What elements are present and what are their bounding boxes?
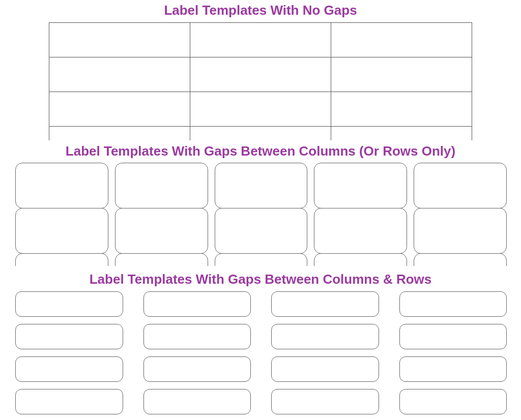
label-cell <box>115 208 208 254</box>
label-cell <box>271 356 379 382</box>
label-cell <box>331 57 472 92</box>
label-cell <box>271 291 379 317</box>
label-cell <box>143 389 251 414</box>
label-cell <box>143 356 251 382</box>
label-cell <box>331 92 472 127</box>
label-cell <box>314 163 407 208</box>
label-cell <box>399 389 507 414</box>
label-cell <box>15 291 123 317</box>
grid-column-gaps <box>15 163 507 266</box>
label-cell <box>314 208 407 254</box>
label-column <box>314 163 407 266</box>
label-column <box>215 163 308 266</box>
label-cell <box>143 291 251 317</box>
label-cell <box>399 291 507 317</box>
label-cell <box>414 208 507 254</box>
label-cell <box>331 23 472 57</box>
grid-both-gaps <box>15 291 507 414</box>
label-cell <box>215 208 308 254</box>
label-cell <box>115 253 208 266</box>
heading-no-gaps: Label Templates With No Gaps <box>0 3 521 18</box>
label-column <box>15 163 108 266</box>
label-cell <box>399 356 507 382</box>
label-column <box>414 163 507 266</box>
label-cell <box>314 253 407 266</box>
label-cell <box>190 57 331 92</box>
label-cell <box>190 127 331 141</box>
label-cell <box>115 163 208 208</box>
label-cell <box>271 389 379 414</box>
grid-no-gaps <box>49 22 472 140</box>
page: Label Templates With No Gaps <box>0 0 521 420</box>
label-cell <box>49 57 190 92</box>
template-no-gaps <box>49 22 472 140</box>
heading-both-gaps: Label Templates With Gaps Between Column… <box>0 272 521 287</box>
label-cell <box>15 208 108 254</box>
label-column <box>115 163 208 266</box>
label-cell <box>143 324 251 349</box>
heading-column-gaps: Label Templates With Gaps Between Column… <box>0 143 521 159</box>
label-cell <box>414 163 507 208</box>
label-cell <box>414 253 507 266</box>
template-both-gaps <box>15 291 507 420</box>
label-cell <box>15 253 108 266</box>
label-cell <box>190 92 331 127</box>
label-cell <box>49 92 190 127</box>
label-cell <box>49 127 190 141</box>
label-cell <box>215 253 308 266</box>
label-cell <box>49 23 190 57</box>
label-cell <box>15 356 123 382</box>
label-cell <box>15 163 108 208</box>
label-cell <box>331 127 472 141</box>
label-cell <box>215 163 308 208</box>
template-column-gaps <box>15 163 507 266</box>
label-cell <box>399 324 507 349</box>
label-cell <box>15 324 123 349</box>
label-cell <box>271 324 379 349</box>
label-cell <box>190 23 331 57</box>
label-cell <box>15 389 123 414</box>
